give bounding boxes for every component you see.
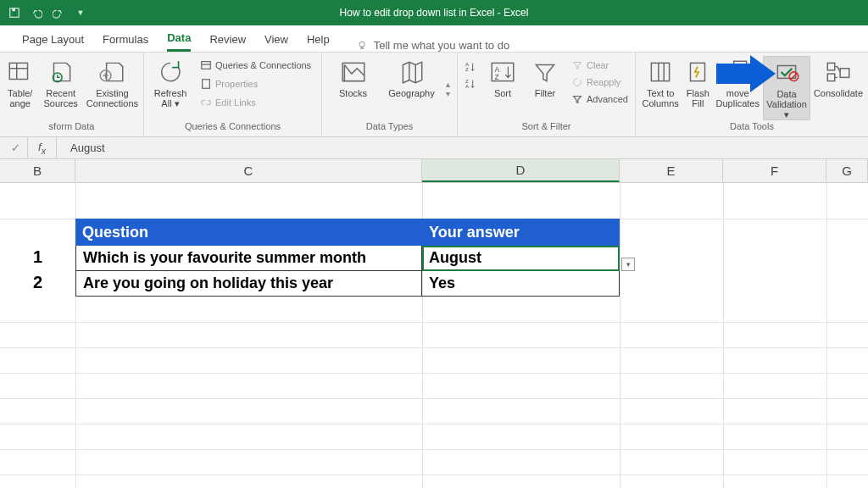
dropdown-handle-icon[interactable]: ▾ bbox=[621, 258, 635, 271]
sort-desc-button[interactable]: ZA bbox=[463, 76, 478, 92]
svg-text:A: A bbox=[465, 83, 470, 89]
ribbon: Table/ ange Recent Sources Existing Conn… bbox=[0, 53, 868, 137]
cell-grid[interactable]: 1 2 Question Your answer Which is your f… bbox=[0, 183, 868, 488]
col-header-E[interactable]: E bbox=[620, 159, 723, 182]
svg-point-2 bbox=[359, 42, 364, 47]
row-number-1: 1 bbox=[0, 247, 75, 267]
filter-button[interactable]: Filter bbox=[527, 56, 563, 98]
svg-rect-10 bbox=[203, 80, 210, 89]
svg-rect-26 bbox=[734, 61, 747, 75]
tab-help[interactable]: Help bbox=[307, 26, 330, 52]
from-table-button[interactable]: Table/ ange bbox=[5, 56, 35, 108]
tell-me-label: Tell me what you want to do bbox=[374, 39, 509, 52]
undo-icon[interactable] bbox=[31, 7, 42, 19]
col-header-G[interactable]: G bbox=[826, 159, 868, 182]
svg-rect-25 bbox=[729, 65, 742, 80]
cell-question-1[interactable]: Which is your favourite summer month bbox=[75, 246, 422, 271]
tab-page-layout[interactable]: Page Layout bbox=[22, 26, 84, 52]
group-data-types: Stocks Geography ▴▾ Data Types bbox=[322, 53, 458, 136]
header-answer: Your answer bbox=[422, 219, 620, 246]
data-types-scroll[interactable]: ▴▾ bbox=[444, 80, 452, 98]
existing-connections-button[interactable]: Existing Connections bbox=[86, 56, 138, 108]
header-question: Question bbox=[75, 219, 422, 246]
refresh-all-button[interactable]: Refresh All ▾ bbox=[149, 56, 192, 108]
svg-text:Z: Z bbox=[494, 73, 498, 81]
tab-data[interactable]: Data bbox=[167, 26, 191, 52]
group-transform-label: sform Data bbox=[0, 121, 143, 136]
svg-rect-3 bbox=[9, 63, 27, 79]
group-data-tools: Text to Columns Flash Fill move Duplicat… bbox=[636, 53, 868, 136]
svg-rect-8 bbox=[202, 62, 211, 69]
cancel-icon[interactable]: ✓ bbox=[8, 141, 22, 154]
svg-rect-1 bbox=[12, 8, 15, 12]
geography-button[interactable]: Geography bbox=[386, 56, 437, 98]
properties-button: Properties bbox=[198, 76, 313, 92]
svg-rect-31 bbox=[827, 74, 835, 81]
col-header-C[interactable]: C bbox=[75, 159, 422, 182]
stocks-button[interactable]: Stocks bbox=[327, 56, 379, 98]
flash-fill-button[interactable]: Flash Fill bbox=[683, 56, 712, 108]
svg-rect-32 bbox=[840, 69, 849, 78]
tab-view[interactable]: View bbox=[264, 26, 288, 52]
group-datatypes-label: Data Types bbox=[322, 121, 457, 136]
queries-connections-button[interactable]: Queries & Connections bbox=[198, 58, 313, 73]
svg-rect-30 bbox=[827, 63, 835, 70]
spreadsheet: B C D E F G 1 2 Question Your answer bbox=[0, 159, 868, 488]
svg-text:Z: Z bbox=[465, 66, 469, 72]
bulb-icon bbox=[357, 40, 369, 52]
data-validation-button[interactable]: Data Validation ▾ bbox=[763, 56, 810, 120]
column-header-row: B C D E F G bbox=[0, 159, 868, 183]
tell-me-search[interactable]: Tell me what you want to do bbox=[357, 39, 509, 52]
col-header-F[interactable]: F bbox=[723, 159, 826, 182]
group-queries-connections: Refresh All ▾ Queries & Connections Prop… bbox=[144, 53, 322, 136]
row-number-2: 2 bbox=[0, 273, 75, 292]
fx-icon[interactable]: fx bbox=[38, 141, 46, 156]
qat-dropdown-icon[interactable]: ▼ bbox=[75, 7, 86, 19]
cell-answer-1[interactable]: August bbox=[422, 246, 620, 271]
remove-duplicates-button[interactable]: move Duplicates bbox=[715, 56, 760, 108]
sort-asc-button[interactable]: AZ bbox=[463, 59, 478, 75]
recent-sources-button[interactable]: Recent Sources bbox=[42, 56, 79, 108]
edit-links-button: Edit Links bbox=[198, 95, 313, 110]
table-row: Are you going on holiday this year Yes bbox=[75, 271, 620, 297]
clear-filter-button: Clear bbox=[570, 58, 630, 73]
group-sortfilter-label: Sort & Filter bbox=[458, 121, 635, 136]
svg-line-29 bbox=[790, 73, 798, 80]
advanced-filter-button[interactable]: Advanced bbox=[570, 92, 630, 107]
ribbon-tabs: Page Layout Formulas Data Review View He… bbox=[0, 25, 868, 53]
data-table: Question Your answer Which is your favou… bbox=[75, 219, 620, 297]
formula-bar-value[interactable]: August bbox=[62, 141, 104, 154]
tab-review[interactable]: Review bbox=[209, 26, 246, 52]
group-sort-filter: AZ ZA AZ Sort Filter Clear Reapply Advan… bbox=[458, 53, 636, 136]
save-icon[interactable] bbox=[8, 7, 20, 19]
cell-answer-2[interactable]: Yes bbox=[422, 271, 620, 297]
group-transform-data: Table/ ange Recent Sources Existing Conn… bbox=[0, 53, 144, 136]
table-header: Question Your answer bbox=[75, 219, 620, 246]
text-to-columns-button[interactable]: Text to Columns bbox=[641, 56, 680, 108]
tab-formulas[interactable]: Formulas bbox=[103, 26, 148, 52]
svg-rect-21 bbox=[652, 63, 670, 80]
redo-icon[interactable] bbox=[53, 7, 64, 19]
sort-button[interactable]: AZ Sort bbox=[485, 56, 520, 98]
reapply-filter-button: Reapply bbox=[570, 75, 630, 90]
consolidate-button[interactable]: Consolidate bbox=[814, 56, 863, 98]
group-datatools-label: Data Tools bbox=[636, 121, 868, 136]
table-row: Which is your favourite summer month Aug… bbox=[75, 246, 620, 271]
title-bar: ▼ How to edit drop down list in Excel - … bbox=[0, 0, 868, 25]
formula-bar: ✓ fx August bbox=[0, 137, 868, 159]
cell-question-2[interactable]: Are you going on holiday this year bbox=[75, 271, 422, 297]
group-queries-label: Queries & Connections bbox=[144, 121, 321, 136]
window-title: How to edit drop down list in Excel - Ex… bbox=[340, 7, 529, 19]
col-header-B[interactable]: B bbox=[0, 159, 75, 182]
col-header-D[interactable]: D bbox=[422, 159, 620, 182]
